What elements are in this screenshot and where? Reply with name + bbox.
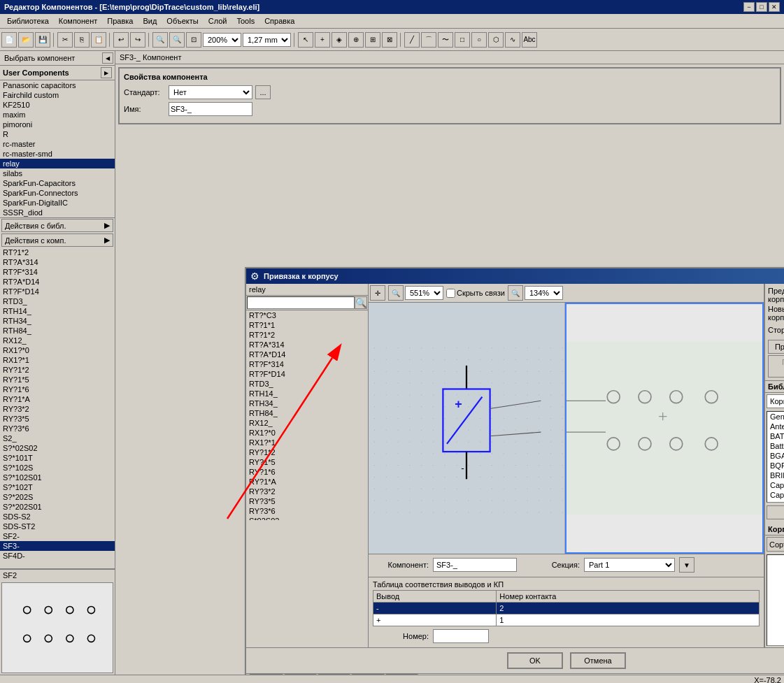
lib-item-r[interactable]: R: [0, 129, 115, 139]
lib-item-panasonic[interactable]: Panasonic capacitors: [0, 80, 115, 90]
fp-lib-bga[interactable]: BGA: [767, 451, 784, 461]
lib-item-relay[interactable]: relay: [0, 159, 115, 168]
open-btn[interactable]: 📂: [18, 32, 34, 48]
user-components-expand[interactable]: ▶: [101, 67, 112, 78]
comp-RY32[interactable]: RY?3*2: [0, 404, 115, 414]
comp-RY35[interactable]: RY?3*5: [0, 414, 115, 424]
footprint-items-list[interactable]: [767, 554, 784, 646]
var-params-btn[interactable]: Переменные параметры корпуса: [768, 355, 784, 378]
fp-lib-cap[interactable]: Cap: [767, 480, 784, 490]
dlg-comp-rth84[interactable]: RTH84_: [246, 408, 368, 418]
zoom-right-in-btn[interactable]: 🔍: [508, 285, 523, 301]
tool2-btn[interactable]: ⊕: [348, 32, 364, 48]
search-icon-button[interactable]: 🔍: [355, 296, 367, 309]
lib-item-silabs[interactable]: silabs: [0, 168, 115, 178]
tab-part5[interactable]: Part 5: [385, 674, 418, 675]
dlg-comp-ry16[interactable]: RY?1*6: [246, 467, 368, 477]
zoom-left-in-btn[interactable]: 🔍: [388, 285, 404, 301]
menu-component[interactable]: Компонент: [55, 15, 101, 27]
tab-part1[interactable]: Part 1: [249, 674, 283, 675]
lib-item-kf2510[interactable]: KF2510: [0, 100, 115, 110]
lib-item-fairchild[interactable]: Fairchild custom: [0, 90, 115, 100]
schematic-canvas[interactable]: + -: [369, 303, 565, 554]
comp-RTFD14[interactable]: RT?F*D14: [0, 287, 115, 296]
zoom-right-select[interactable]: 134%: [525, 286, 563, 300]
comp-RTH34[interactable]: RTH34_: [0, 316, 115, 326]
comp-RTAD14[interactable]: RT?A*D14: [0, 277, 115, 287]
fp-lib-cedt[interactable]: CEDT: [767, 500, 784, 503]
dialog-component-list[interactable]: RT?*C3 RT?1*1 RT?1*2 RT?A*314 RT?A*D14 R…: [246, 310, 368, 520]
comp-S102S[interactable]: S?*102S: [0, 463, 115, 473]
dlg-comp-rt11[interactable]: RT?1*1: [246, 320, 368, 330]
sort-btn[interactable]: Сортировка Вкл. ▶: [767, 537, 784, 552]
dlg-comp-rx10[interactable]: RX1?*0: [246, 428, 368, 438]
poly-btn[interactable]: ⬡: [488, 32, 504, 48]
comp-SF4D[interactable]: SF4D-: [0, 551, 115, 561]
paste-btn[interactable]: 📋: [91, 32, 106, 48]
comp-RT71-2[interactable]: RT?1*2: [0, 247, 115, 257]
redo-btn[interactable]: ↪: [130, 32, 145, 48]
search-input[interactable]: [247, 296, 355, 309]
zoom-in-btn[interactable]: 🔍: [169, 32, 185, 48]
save-btn[interactable]: 💾: [35, 32, 50, 48]
dlg-comp-ry32[interactable]: RY?3*2: [246, 487, 368, 496]
tool3-btn[interactable]: ⊞: [365, 32, 380, 48]
zoom-select[interactable]: 200%: [203, 33, 241, 47]
tool4-btn[interactable]: ⊠: [382, 32, 397, 48]
menu-edit[interactable]: Правка: [103, 15, 137, 27]
lib-item-sparkfun-con[interactable]: SparkFun-Connectors: [0, 188, 115, 198]
menu-layer[interactable]: Слой: [204, 15, 231, 27]
comp-RTF314[interactable]: RT?F*314: [0, 267, 115, 277]
fp-lib-antennas[interactable]: Antennas: [767, 422, 784, 431]
comp-RTD3[interactable]: RTD3_: [0, 296, 115, 306]
rect-btn[interactable]: □: [455, 32, 470, 48]
menu-objects[interactable]: Объекты: [162, 15, 202, 27]
component-list[interactable]: RT?1*2 RT?A*314 RT?F*314 RT?A*D14 RT?F*D…: [0, 247, 115, 569]
dlg-comp-rta314[interactable]: RT?A*314: [246, 340, 368, 350]
standard-browse-btn[interactable]: ...: [255, 85, 271, 99]
maximize-button[interactable]: □: [756, 2, 767, 12]
comp-RY36[interactable]: RY?3*6: [0, 424, 115, 433]
dlg-comp-ry35[interactable]: RY?3*5: [246, 496, 368, 506]
undo-btn[interactable]: ↩: [113, 32, 129, 48]
arc-btn[interactable]: ⌒: [421, 32, 436, 48]
section-dropdown-btn[interactable]: ▼: [679, 557, 694, 573]
footprint-canvas[interactable]: [565, 303, 764, 554]
cursor-btn[interactable]: ↖: [298, 32, 313, 48]
add-lib-btn[interactable]: Подкл. библиотек...: [767, 505, 784, 519]
tool1-btn[interactable]: ◈: [332, 32, 347, 48]
comp-RTH14[interactable]: RTH14_: [0, 306, 115, 316]
name-input[interactable]: [169, 102, 252, 116]
lib-item-pimoroni[interactable]: pimoroni: [0, 120, 115, 129]
comp-SF3[interactable]: SF3-: [0, 541, 115, 551]
dlg-comp-rtf314[interactable]: RT?F*314: [246, 359, 368, 369]
comp-SDS-S2[interactable]: SDS-S2: [0, 512, 115, 522]
dlg-comp-rx12[interactable]: RX12_: [246, 418, 368, 428]
dlg-comp-rth14[interactable]: RTH14_: [246, 389, 368, 398]
footprint-lib-list[interactable]: General Antennas BAT Batteries BGA BQFP …: [767, 411, 784, 503]
comp-RTH84[interactable]: RTH84_: [0, 326, 115, 336]
dlg-comp-rth34[interactable]: RTH34_: [246, 398, 368, 408]
tab-part2[interactable]: Part 2: [284, 674, 317, 675]
close-button[interactable]: ✕: [769, 2, 780, 12]
comp-SF2[interactable]: SF2-: [0, 531, 115, 541]
lib-item-rc-master-smd[interactable]: rc-master-smd: [0, 149, 115, 159]
comp-RX10[interactable]: RX1?*0: [0, 345, 115, 355]
menu-view[interactable]: Вид: [138, 15, 161, 27]
comp-S202S01[interactable]: S?*202S01: [0, 502, 115, 512]
comp-RY16[interactable]: RY?1*6: [0, 384, 115, 394]
action-lib-btn[interactable]: Действия с библ. ▶: [1, 219, 113, 232]
menu-tools[interactable]: Tools: [232, 15, 259, 27]
comp-RY15[interactable]: RY?1*5: [0, 375, 115, 384]
zoom-left-select[interactable]: 551%: [405, 286, 443, 300]
fp-lib-batteries[interactable]: Batteries: [767, 441, 784, 451]
component-input[interactable]: [433, 558, 517, 572]
lib-item-sparkfun-cap[interactable]: SparkFun-Capacitors: [0, 178, 115, 188]
add-pin-btn[interactable]: +: [315, 32, 330, 48]
comp-S102S01[interactable]: S?*102S01: [0, 473, 115, 482]
cancel-button[interactable]: Отмена: [570, 652, 626, 669]
lib-item-maxim[interactable]: maxim: [0, 110, 115, 120]
wave-btn[interactable]: ∿: [505, 32, 520, 48]
ellipse-btn[interactable]: ○: [471, 32, 487, 48]
ok-button[interactable]: OK: [507, 652, 563, 669]
